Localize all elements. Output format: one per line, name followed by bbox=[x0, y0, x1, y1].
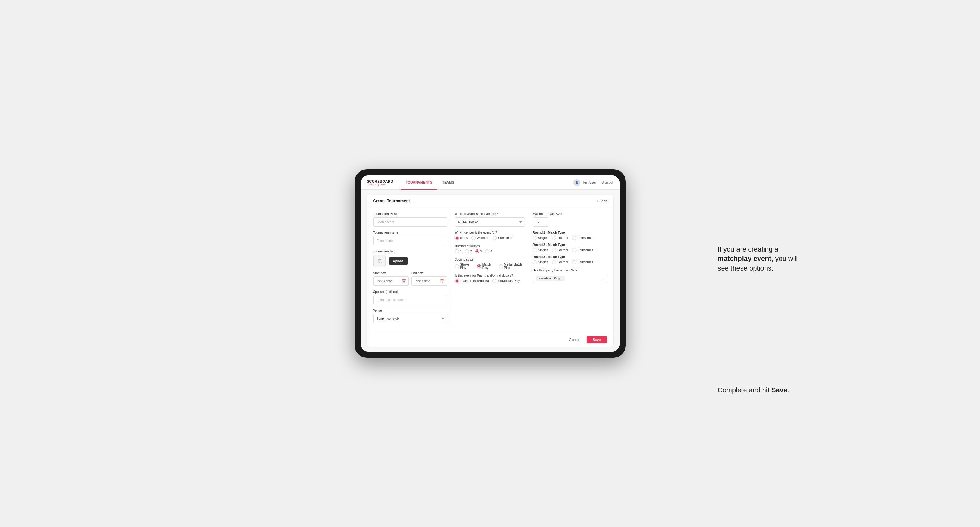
match-play-circle bbox=[477, 264, 481, 268]
teams-radio-group: Teams (+Individuals) Individuals Only bbox=[455, 279, 525, 283]
brand-logo: SCOREBOARD Powered by clippit bbox=[367, 180, 393, 186]
individuals-circle bbox=[492, 279, 496, 283]
sponsor-label: Sponsor (optional) bbox=[373, 290, 447, 294]
round1-fourball[interactable]: Fourball bbox=[552, 236, 568, 240]
middle-column: Which division is the event for? NCAA Di… bbox=[451, 212, 529, 327]
max-team-size-group: Maximum Team Size bbox=[533, 212, 607, 227]
top-nav: SCOREBOARD Powered by clippit TOURNAMENT… bbox=[361, 175, 620, 190]
max-team-size-input[interactable] bbox=[533, 217, 549, 227]
round1-label: Round 1 - Match Type bbox=[533, 231, 607, 234]
individuals-option[interactable]: Individuals Only bbox=[492, 279, 520, 283]
dates-group: Start date 📅 End date bbox=[373, 271, 447, 286]
end-date-group: End date 📅 bbox=[411, 271, 447, 286]
nav-tabs: TOURNAMENTS TEAMS bbox=[401, 175, 573, 190]
start-date-group: Start date 📅 bbox=[373, 271, 409, 286]
scoring-stroke[interactable]: Stroke Play bbox=[455, 263, 473, 270]
round2-foursomes[interactable]: Foursomes bbox=[572, 248, 593, 252]
scoring-label: Scoring system bbox=[455, 258, 525, 261]
round-3[interactable]: 3 bbox=[475, 249, 482, 253]
rounds-radio-group: 1 2 bbox=[455, 249, 525, 253]
radio-mens-circle bbox=[455, 236, 459, 240]
logo-upload-area: 🖼 Upload bbox=[373, 255, 447, 267]
scoring-match[interactable]: Match Play bbox=[477, 263, 495, 270]
round1-foursomes[interactable]: Foursomes bbox=[572, 236, 593, 240]
tournament-host-input[interactable] bbox=[373, 217, 447, 227]
round3-radio-group: Singles Fourball Foursomes bbox=[533, 260, 607, 264]
save-button[interactable]: Save bbox=[587, 336, 607, 343]
upload-button[interactable]: Upload bbox=[389, 257, 408, 265]
cancel-button[interactable]: Cancel bbox=[565, 336, 583, 343]
venue-select[interactable]: Search golf club bbox=[373, 314, 447, 323]
tab-tournaments[interactable]: TOURNAMENTS bbox=[401, 175, 437, 190]
round2-singles[interactable]: Singles bbox=[533, 248, 549, 252]
sign-out-link[interactable]: Sign out bbox=[602, 181, 613, 184]
image-icon: 🖼 bbox=[377, 258, 382, 264]
user-avatar: 👤 bbox=[573, 179, 580, 186]
brand-sub: Powered by clippit bbox=[367, 183, 393, 186]
api-remove-icon[interactable]: × bbox=[561, 277, 563, 280]
brand-name: SCOREBOARD bbox=[367, 180, 393, 183]
gender-combined[interactable]: Combined bbox=[493, 236, 512, 240]
annotation-right: If you are creating a matchplay event, y… bbox=[718, 244, 805, 283]
round3-circle bbox=[475, 249, 479, 253]
division-select[interactable]: NCAA Division I bbox=[455, 217, 525, 227]
round3-singles[interactable]: Singles bbox=[533, 260, 549, 264]
back-link[interactable]: ‹ Back bbox=[597, 199, 607, 203]
user-name: Test User bbox=[583, 181, 596, 184]
main-content: Create Tournament ‹ Back Tournament Host bbox=[361, 190, 620, 352]
rounds-group: Number of rounds 1 2 bbox=[455, 244, 525, 253]
start-date-wrapper: 📅 bbox=[373, 276, 409, 286]
round3-fourball[interactable]: Fourball bbox=[552, 260, 568, 264]
round2-fourball[interactable]: Fourball bbox=[552, 248, 568, 252]
tournament-name-input[interactable] bbox=[373, 236, 447, 245]
round1-singles[interactable]: Singles bbox=[533, 236, 549, 240]
tournament-name-group: Tournament name bbox=[373, 231, 447, 245]
teams-group: Is this event for Teams and/or Individua… bbox=[455, 274, 525, 283]
venue-label: Venue bbox=[373, 309, 447, 312]
left-column: Tournament Host Tournament name Tourname… bbox=[373, 212, 451, 327]
sponsor-input[interactable] bbox=[373, 295, 447, 305]
round1-circle bbox=[455, 249, 459, 253]
round4-circle bbox=[485, 249, 489, 253]
tournament-host-label: Tournament Host bbox=[373, 212, 447, 216]
gender-radio-group: Mens Womens Combined bbox=[455, 236, 525, 240]
radio-combined-circle bbox=[493, 236, 497, 240]
tournament-name-label: Tournament name bbox=[373, 231, 447, 234]
dates-wrapper: Start date 📅 End date bbox=[373, 271, 447, 286]
form-footer: Cancel Save bbox=[367, 333, 613, 346]
form-header: Create Tournament ‹ Back bbox=[367, 195, 613, 207]
api-select-wrapper[interactable]: Leaderboard King × ⌄ bbox=[533, 274, 607, 283]
round2-radio-group: Singles Fourball Foursomes bbox=[533, 248, 607, 252]
round1-radio-group: Singles Fourball Foursomes bbox=[533, 236, 607, 240]
teams-option[interactable]: Teams (+Individuals) bbox=[455, 279, 489, 283]
start-date-label: Start date bbox=[373, 271, 409, 275]
stroke-play-circle bbox=[455, 264, 459, 268]
tournament-logo-group: Tournament logo 🖼 Upload bbox=[373, 250, 447, 267]
round2-match-type: Round 2 - Match Type Singles Fourball bbox=[533, 243, 607, 252]
annotation-bottom: Complete and hit Save. bbox=[718, 386, 805, 395]
scoring-medal[interactable]: Medal Match Play bbox=[499, 263, 525, 270]
round3-foursomes[interactable]: Foursomes bbox=[572, 260, 593, 264]
gender-womens[interactable]: Womens bbox=[471, 236, 489, 240]
round2-label: Round 2 - Match Type bbox=[533, 243, 607, 246]
round3-label: Round 3 - Match Type bbox=[533, 255, 607, 259]
radio-mens-dot bbox=[456, 237, 458, 239]
form-card: Create Tournament ‹ Back Tournament Host bbox=[367, 195, 613, 346]
api-tag: Leaderboard King × bbox=[536, 276, 565, 281]
rounds-label: Number of rounds bbox=[455, 244, 525, 248]
tab-teams[interactable]: TEAMS bbox=[437, 175, 459, 190]
tournament-host-group: Tournament Host bbox=[373, 212, 447, 227]
division-group: Which division is the event for? NCAA Di… bbox=[455, 212, 525, 227]
round-2[interactable]: 2 bbox=[465, 249, 472, 253]
max-team-size-label: Maximum Team Size bbox=[533, 212, 607, 216]
form-title: Create Tournament bbox=[373, 198, 410, 203]
gender-mens[interactable]: Mens bbox=[455, 236, 468, 240]
round-1[interactable]: 1 bbox=[455, 249, 462, 253]
teams-label: Is this event for Teams and/or Individua… bbox=[455, 274, 525, 277]
gender-label: Which gender is the event for? bbox=[455, 231, 525, 234]
tournament-logo-label: Tournament logo bbox=[373, 250, 447, 253]
division-label: Which division is the event for? bbox=[455, 212, 525, 216]
round3-match-type: Round 3 - Match Type Singles Fourball bbox=[533, 255, 607, 264]
round-4[interactable]: 4 bbox=[485, 249, 492, 253]
calendar-icon-end: 📅 bbox=[440, 279, 445, 283]
